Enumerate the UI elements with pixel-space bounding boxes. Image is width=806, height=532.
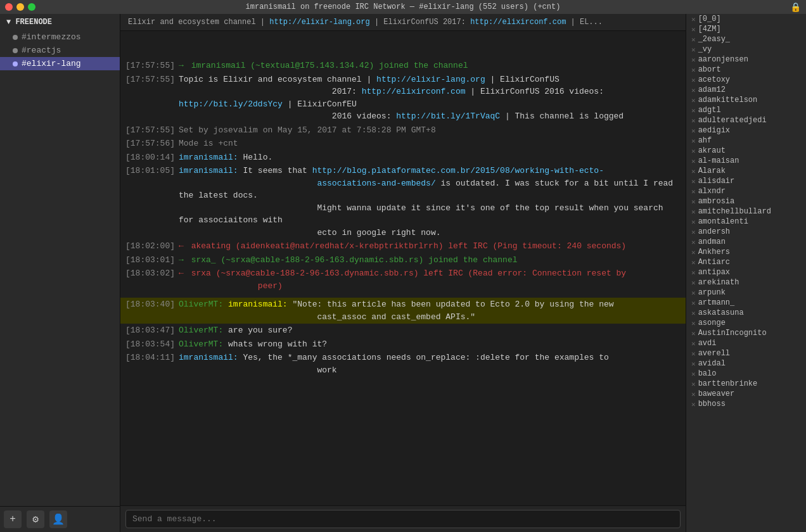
user-dismiss[interactable]: ✕ — [691, 390, 696, 398]
user-dismiss[interactable]: ✕ — [691, 117, 696, 125]
msg-link[interactable]: http://blog.plataformatec.com.br/2015/08… — [179, 166, 604, 188]
user-button[interactable]: 👤 — [49, 510, 67, 528]
user-dismiss[interactable]: ✕ — [691, 400, 696, 408]
user-dismiss[interactable]: ✕ — [691, 127, 696, 135]
user-dismiss[interactable]: ✕ — [691, 299, 696, 307]
username: averell — [698, 349, 730, 358]
user-dismiss[interactable]: ✕ — [691, 106, 696, 115]
maximize-button[interactable] — [28, 3, 35, 11]
username: avidal — [698, 359, 726, 368]
user-dismiss[interactable]: ✕ — [691, 339, 696, 348]
username: amitchellbullard — [698, 207, 771, 216]
msg-content: ← akeating (aidenkeati@nat/redhat/x-kreb… — [179, 240, 681, 253]
msg-time: [18:04:11] — [125, 352, 175, 376]
msg-content: Mode is +cnt — [179, 137, 681, 150]
part-arrow: ← — [179, 269, 184, 278]
user-dismiss[interactable]: ✕ — [691, 380, 696, 388]
message-row: [17:57:55] → imranismail (~textual@175.1… — [120, 59, 686, 73]
user-row: ✕baweaver — [686, 389, 806, 399]
user-dismiss[interactable]: ✕ — [691, 218, 696, 226]
user-row: ✕_2easy_ — [686, 34, 806, 44]
username: adam12 — [698, 86, 726, 94]
username: Antiarc — [698, 258, 730, 267]
user-dismiss[interactable]: ✕ — [691, 198, 696, 206]
sidebar-item-reactjs[interactable]: #reactjs — [0, 44, 120, 57]
user-dismiss[interactable]: ✕ — [691, 96, 696, 104]
topic-link3[interactable]: http://bit.ly/2ddsYcy — [179, 99, 283, 109]
user-row: ✕akraut — [686, 146, 806, 156]
msg-time: [17:57:56] — [125, 137, 175, 150]
msg-nick: OliverMT: — [179, 300, 223, 309]
message-row: [18:03:02] ← srxa (~srxa@cable-188-2-96-… — [120, 267, 686, 293]
username: _vy — [698, 45, 712, 54]
user-dismiss[interactable]: ✕ — [691, 248, 696, 256]
user-dismiss[interactable]: ✕ — [691, 187, 696, 196]
user-dismiss[interactable]: ✕ — [691, 228, 696, 236]
message-input[interactable] — [125, 510, 681, 528]
username: andersh — [698, 227, 730, 236]
user-dismiss[interactable]: ✕ — [691, 46, 696, 54]
topic-link-elixir[interactable]: http://elixir-lang.org — [269, 18, 369, 27]
join-arrow: → — [179, 255, 184, 265]
add-channel-button[interactable]: + — [4, 510, 22, 528]
topic-link[interactable]: http://elixir-lang.org — [376, 75, 485, 84]
user-dismiss[interactable]: ✕ — [691, 269, 696, 277]
user-dismiss[interactable]: ✕ — [691, 86, 696, 94]
user-dismiss[interactable]: ✕ — [691, 258, 696, 267]
sidebar-item-intermezzos[interactable]: #intermezzos — [0, 30, 120, 44]
user-dismiss[interactable]: ✕ — [691, 208, 696, 216]
username: avdi — [698, 339, 717, 348]
user-row: ✕_vy — [686, 44, 806, 54]
username: artmann_ — [698, 298, 735, 307]
user-dismiss[interactable]: ✕ — [691, 35, 696, 44]
msg-nick: imranismail: — [179, 166, 238, 175]
user-row: ✕avdi — [686, 338, 806, 348]
user-row: ✕al-maisan — [686, 156, 806, 166]
user-dismiss[interactable]: ✕ — [691, 279, 696, 287]
user-dismiss[interactable]: ✕ — [691, 137, 696, 145]
user-dismiss[interactable]: ✕ — [691, 319, 696, 327]
user-dismiss[interactable]: ✕ — [691, 238, 696, 246]
user-dismiss[interactable]: ✕ — [691, 76, 696, 84]
user-dismiss[interactable]: ✕ — [691, 329, 696, 338]
sidebar-item-elixir-lang[interactable]: #elixir-lang — [0, 57, 120, 70]
settings-button[interactable]: ⚙ — [27, 510, 44, 528]
user-dismiss[interactable]: ✕ — [691, 66, 696, 74]
user-dismiss[interactable]: ✕ — [691, 177, 696, 186]
topic-link2[interactable]: http://elixirconf.com — [362, 87, 466, 96]
msg-content: imranismail: It seems that http://blog.p… — [179, 165, 681, 239]
user-dismiss[interactable]: ✕ — [691, 157, 696, 165]
user-dismiss[interactable]: ✕ — [691, 147, 696, 155]
user-dismiss[interactable]: ✕ — [691, 25, 696, 34]
user-dismiss[interactable]: ✕ — [691, 350, 696, 358]
user-dismiss[interactable]: ✕ — [691, 370, 696, 378]
username: askatasuna — [698, 308, 744, 317]
user-dismiss[interactable]: ✕ — [691, 309, 696, 317]
username: [0_0] — [698, 15, 721, 23]
topic-bar: Elixir and ecosystem channel | http://el… — [120, 14, 686, 31]
window-title: imranismail on freenode IRC Network — #e… — [246, 3, 561, 11]
users-list: ✕[0_0] ✕[4ZM] ✕_2easy_ ✕_vy ✕aaronjensen… — [686, 14, 806, 532]
user-row: ✕aedigix — [686, 125, 806, 136]
main-layout: ▼ FREENODE #intermezzos #reactjs #elixir… — [0, 14, 806, 532]
msg-nick: OliverMT: — [179, 339, 223, 349]
username: baweaver — [698, 390, 735, 398]
user-row: ✕Alarak — [686, 166, 806, 176]
msg-time: [17:57:55] — [125, 124, 175, 137]
user-dismiss[interactable]: ✕ — [691, 167, 696, 175]
topic-link4[interactable]: http://bit.ly/1TrVaqC — [396, 111, 500, 121]
user-row: ✕adulteratedjedi — [686, 115, 806, 125]
close-button[interactable] — [5, 3, 13, 11]
message-row: [18:04:11] imranismail: Yes, the *_many … — [120, 351, 686, 377]
topic-link-elixirconf[interactable]: http://elixirconf.com — [470, 18, 566, 27]
user-dismiss[interactable]: ✕ — [691, 56, 696, 64]
user-dismiss[interactable]: ✕ — [691, 360, 696, 368]
server-label: ▼ FREENODE — [6, 18, 52, 27]
user-row: ✕abort — [686, 65, 806, 75]
minimize-button[interactable] — [16, 3, 24, 11]
user-dismiss[interactable]: ✕ — [691, 289, 696, 297]
username: bbhoss — [698, 400, 726, 408]
user-row: ✕adam12 — [686, 85, 806, 95]
user-dismiss[interactable]: ✕ — [691, 15, 696, 23]
message-row: [17:57:56] Mode is +cnt — [120, 137, 686, 151]
